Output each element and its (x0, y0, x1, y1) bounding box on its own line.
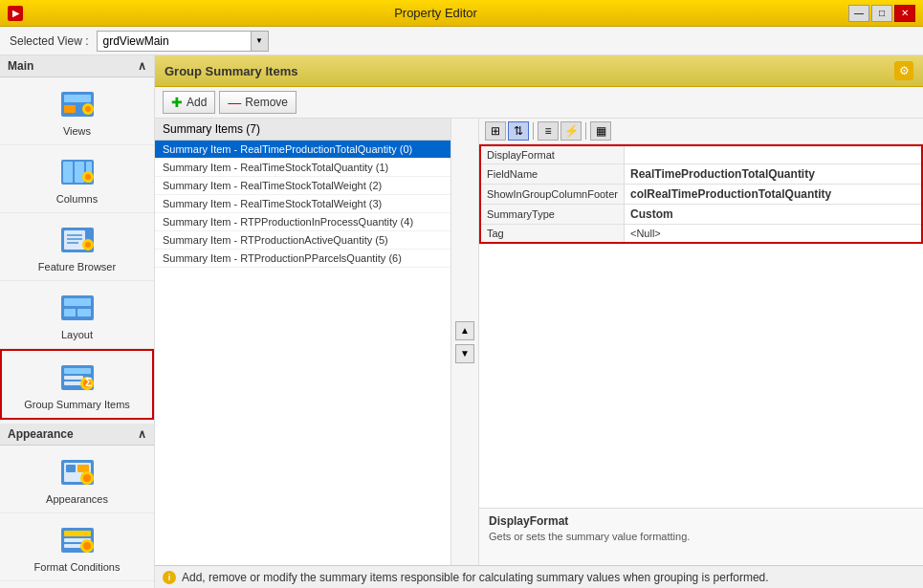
sidebar-item-group-summary[interactable]: Σ Group Summary Items (0, 349, 154, 420)
format-conditions-label: Format Conditions (34, 561, 121, 573)
props-table: DisplayFormat FieldName RealTimeProducti… (479, 144, 923, 508)
alphabetical-icon: ⇅ (514, 124, 523, 138)
separator-1 (533, 122, 534, 140)
svg-rect-1 (64, 95, 91, 102)
maximize-button[interactable]: □ (871, 5, 892, 22)
props-toolbar: ⊞ ⇅ ≡ ⚡ ▦ (479, 119, 923, 144)
events-icon: ⚡ (564, 124, 579, 138)
svg-rect-36 (64, 531, 91, 536)
svg-rect-19 (64, 298, 91, 306)
prop-row-fieldname[interactable]: FieldName RealTimeProductionTotalQuantit… (480, 164, 922, 185)
content-area: Group Summary Items ⚙ ✚ Add — Remove Sum… (155, 55, 923, 588)
summary-list-header: Summary Items (7) (155, 119, 451, 141)
views-icon (59, 90, 96, 119)
pages-icon: ▦ (596, 124, 606, 138)
summary-list[interactable]: Summary Item - RealTimeProductionTotalQu… (155, 141, 451, 565)
feature-browser-icon (59, 226, 96, 254)
feature-browser-label: Feature Browser (38, 261, 116, 272)
content-header-icon: ⚙ (894, 61, 913, 80)
summary-item-3[interactable]: Summary Item - RealTimeStockTotalWeight … (155, 195, 451, 213)
prop-row-displayformat[interactable]: DisplayFormat (480, 145, 922, 164)
prop-value-fieldname[interactable]: RealTimeProductionTotalQuantity (624, 164, 922, 185)
add-label: Add (187, 96, 207, 109)
svg-rect-24 (64, 376, 83, 380)
sidebar-item-feature-browser[interactable]: Feature Browser (0, 213, 154, 281)
group-summary-icon: Σ (59, 363, 96, 392)
remove-button[interactable]: — Remove (219, 91, 297, 114)
props-btn-properties[interactable]: ≡ (538, 121, 559, 141)
selected-view-combo[interactable]: grdViewMain ▼ (97, 31, 269, 52)
appearance-collapse-icon[interactable]: ∧ (138, 427, 146, 441)
prop-name-tag: Tag (480, 225, 624, 244)
sidebar-item-format-conditions[interactable]: Format Conditions (0, 513, 154, 581)
sidebar-section-appearance: Appearance ∧ (0, 424, 154, 446)
remove-label: Remove (245, 96, 288, 109)
svg-rect-23 (64, 368, 91, 374)
content-title: Group Summary Items (165, 64, 297, 78)
prop-row-tag[interactable]: Tag <Null> (480, 225, 922, 244)
sidebar: Main ∧ Views (0, 55, 155, 588)
combo-dropdown-arrow[interactable]: ▼ (251, 32, 268, 51)
add-button[interactable]: ✚ Add (163, 91, 215, 114)
svg-point-4 (85, 106, 91, 112)
svg-point-40 (83, 542, 91, 550)
separator-2 (585, 122, 586, 140)
minimize-button[interactable]: — (848, 5, 869, 22)
props-btn-pages[interactable]: ▦ (590, 121, 611, 141)
properties-panel: ⊞ ⇅ ≡ ⚡ ▦ (479, 119, 923, 565)
status-bar: i Add, remove or modify the summary item… (155, 565, 923, 588)
svg-rect-31 (66, 465, 76, 472)
prop-value-tag[interactable]: <Null> (624, 225, 922, 244)
summary-item-1[interactable]: Summary Item - RealTimeStockTotalQuantit… (155, 159, 451, 177)
prop-row-summarytype[interactable]: SummaryType Custom (480, 205, 922, 225)
selected-view-label: Selected View : (10, 34, 89, 48)
svg-rect-20 (64, 309, 76, 316)
title-bar-left: ▶ (8, 6, 23, 21)
status-bar-left: i Add, remove or modify the summary item… (163, 571, 769, 584)
svg-rect-6 (63, 162, 73, 183)
close-button[interactable]: ✕ (894, 5, 915, 22)
sidebar-section-main: Main ∧ (0, 55, 154, 77)
title-bar: ▶ Property Editor — □ ✕ (0, 0, 923, 27)
sidebar-item-appearances[interactable]: Appearances (0, 446, 154, 513)
status-text: Add, remove or modify the summary items … (182, 571, 769, 584)
content-split: Summary Items (7) Summary Item - RealTim… (155, 119, 923, 565)
sidebar-item-layout[interactable]: Layout (0, 281, 154, 349)
app-icon: ▶ (8, 6, 23, 21)
summary-item-6[interactable]: Summary Item - RTProductionPParcelsQuant… (155, 250, 451, 268)
summary-item-4[interactable]: Summary Item - RTPProductionInProcessQua… (155, 213, 451, 231)
appearances-label: Appearances (46, 493, 108, 505)
sidebar-item-columns[interactable]: Columns (0, 145, 154, 213)
categorized-icon: ⊞ (491, 124, 500, 138)
columns-icon (59, 158, 96, 186)
prop-row-showin[interactable]: ShowInGroupColumnFooter colRealTimeProdu… (480, 185, 922, 205)
prop-name-showin: ShowInGroupColumnFooter (480, 185, 624, 205)
svg-rect-7 (75, 162, 84, 183)
sidebar-item-views[interactable]: Views (0, 77, 154, 145)
prop-value-displayformat[interactable] (624, 145, 922, 164)
columns-label: Columns (56, 193, 98, 205)
props-btn-alphabetical[interactable]: ⇅ (508, 121, 529, 141)
desc-title: DisplayFormat (489, 514, 913, 528)
svg-rect-32 (77, 465, 89, 472)
group-summary-label: Group Summary Items (24, 399, 130, 410)
properties-icon: ≡ (544, 124, 551, 138)
svg-point-34 (83, 474, 91, 482)
svg-rect-12 (64, 230, 85, 250)
summary-item-0[interactable]: Summary Item - RealTimeProductionTotalQu… (155, 141, 451, 159)
nav-down-button[interactable]: ▼ (455, 344, 474, 363)
summary-item-5[interactable]: Summary Item - RTProductionActiveQuantit… (155, 231, 451, 250)
toolbar: ✚ Add — Remove (155, 87, 923, 119)
properties-table: DisplayFormat FieldName RealTimeProducti… (479, 144, 923, 244)
summary-item-2[interactable]: Summary Item - RealTimeStockTotalWeight … (155, 177, 451, 195)
remove-icon: — (228, 95, 241, 110)
selected-view-bar: Selected View : grdViewMain ▼ (0, 27, 923, 55)
section-collapse-icon[interactable]: ∧ (138, 59, 146, 73)
nav-up-button[interactable]: ▲ (455, 321, 474, 340)
prop-value-showin[interactable]: colRealTimeProductionTotalQuantity (624, 185, 922, 205)
svg-rect-2 (64, 105, 76, 113)
props-btn-categorized[interactable]: ⊞ (485, 121, 506, 141)
props-btn-events[interactable]: ⚡ (560, 121, 582, 141)
views-label: Views (63, 125, 91, 137)
prop-value-summarytype[interactable]: Custom (624, 205, 922, 225)
